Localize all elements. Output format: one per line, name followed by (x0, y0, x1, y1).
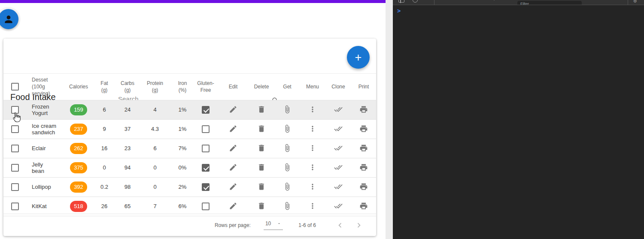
log-levels-chevron-icon[interactable] (492, 0, 496, 0)
delete-button[interactable] (256, 201, 267, 211)
get-button[interactable] (282, 124, 292, 134)
get-button[interactable] (282, 104, 292, 115)
delete-button[interactable] (256, 124, 267, 134)
edit-button[interactable] (228, 182, 238, 192)
dessert-name: Lollipop (24, 177, 65, 197)
vertical-dots-icon (308, 144, 317, 152)
delete-button[interactable] (256, 182, 267, 192)
menu-button[interactable] (307, 182, 318, 192)
chevron-right-icon (354, 221, 364, 230)
previous-page-button[interactable] (335, 221, 345, 230)
vertical-dots-icon (308, 163, 317, 172)
get-button[interactable] (282, 201, 292, 211)
select-all-checkbox[interactable] (11, 83, 19, 91)
get-button[interactable] (282, 162, 292, 172)
gluten-free-checkbox[interactable] (202, 145, 210, 152)
edit-button[interactable] (228, 143, 238, 153)
clone-button[interactable] (333, 143, 343, 153)
screen: Food Intake + Desset (100 (0, 0, 644, 239)
calories-badge: 262 (70, 143, 87, 154)
calories-badge: 392 (70, 182, 87, 193)
delete-button[interactable] (256, 143, 267, 153)
carbs-value: 24 (117, 100, 138, 119)
next-page-button[interactable] (354, 221, 364, 230)
gear-icon[interactable]: ⚙ (633, 0, 637, 3)
edit-button[interactable] (228, 104, 238, 115)
fat-value: 26 (92, 197, 117, 216)
dock-side-icon[interactable] (398, 0, 404, 3)
menu-button[interactable] (307, 162, 318, 172)
print-button[interactable] (358, 124, 369, 134)
table-row: Jelly bean 375 0 94 0 0% (3, 158, 376, 177)
iron-value: 2% (172, 177, 193, 197)
table-row: KitKat 518 26 65 7 6% (3, 197, 376, 216)
console-filter-input[interactable]: Filter (517, 1, 582, 5)
row-checkbox[interactable] (11, 125, 19, 133)
rows-per-page-select[interactable]: 10 (264, 221, 283, 230)
print-button[interactable] (358, 201, 369, 211)
pencil-icon (229, 182, 237, 191)
column-fat: Fat (g) (92, 74, 117, 100)
gluten-free-checkbox[interactable] (202, 164, 210, 172)
menu-button[interactable] (307, 124, 318, 134)
get-button[interactable] (282, 182, 292, 192)
row-checkbox[interactable] (11, 203, 19, 210)
person-icon (3, 14, 14, 25)
column-gluten-free: Gluten- Free (193, 74, 218, 100)
menu-button[interactable] (307, 104, 318, 115)
clone-button[interactable] (333, 201, 343, 211)
console-prompt[interactable]: > (397, 7, 401, 14)
print-button[interactable] (358, 162, 369, 172)
paperclip-icon (283, 163, 292, 172)
menu-button[interactable] (307, 143, 318, 153)
iron-value: 7% (172, 139, 193, 158)
dessert-name: Frozen Yogurt (24, 100, 65, 119)
paperclip-icon (283, 182, 292, 191)
get-button[interactable] (282, 143, 292, 153)
column-delete: Delete (248, 74, 275, 100)
double-check-icon (334, 202, 343, 210)
edit-button[interactable] (228, 124, 238, 134)
gluten-free-checkbox[interactable] (202, 183, 210, 191)
avatar[interactable] (0, 9, 18, 29)
clone-button[interactable] (333, 182, 343, 192)
delete-button[interactable] (256, 162, 267, 172)
clone-button[interactable] (333, 124, 343, 134)
pencil-icon (229, 163, 237, 172)
trash-icon (257, 182, 266, 191)
clone-button[interactable] (333, 162, 343, 172)
iron-value: 6% (172, 197, 193, 216)
devtools-panel: Filter ⚙ > (393, 0, 644, 239)
carbs-value: 65 (117, 197, 138, 216)
row-checkbox[interactable] (11, 106, 19, 114)
chevron-left-icon (335, 221, 345, 230)
column-protein: Protein (g) (138, 74, 172, 100)
print-button[interactable] (358, 104, 369, 115)
gluten-free-checkbox[interactable] (202, 106, 210, 114)
clone-button[interactable] (333, 104, 343, 115)
table-row: Eclair 262 16 23 6 7% (3, 139, 376, 158)
print-button[interactable] (358, 182, 369, 192)
edit-button[interactable] (228, 201, 238, 211)
row-checkbox[interactable] (11, 164, 19, 172)
add-button[interactable]: + (347, 46, 370, 69)
paperclip-icon (283, 144, 292, 152)
row-checkbox[interactable] (11, 183, 19, 191)
double-check-icon (334, 124, 343, 133)
column-dessert: Desset (100g serving) (24, 74, 65, 100)
gluten-free-checkbox[interactable] (202, 203, 210, 210)
window-gutter (386, 0, 393, 239)
food-intake-card: Food Intake + Desset (100 (3, 39, 376, 236)
edit-button[interactable] (228, 162, 238, 172)
menu-button[interactable] (307, 201, 318, 211)
row-checkbox[interactable] (11, 145, 19, 152)
paperclip-icon (283, 105, 292, 114)
gluten-free-checkbox[interactable] (202, 125, 210, 133)
print-button[interactable] (358, 143, 369, 153)
clear-console-icon[interactable] (413, 0, 418, 3)
console-area[interactable]: > (393, 6, 644, 239)
delete-button[interactable] (256, 104, 267, 115)
calories-badge: 159 (70, 104, 87, 115)
devtools-toolbar: Filter ⚙ (393, 0, 644, 5)
fat-value: 0.2 (92, 177, 117, 197)
